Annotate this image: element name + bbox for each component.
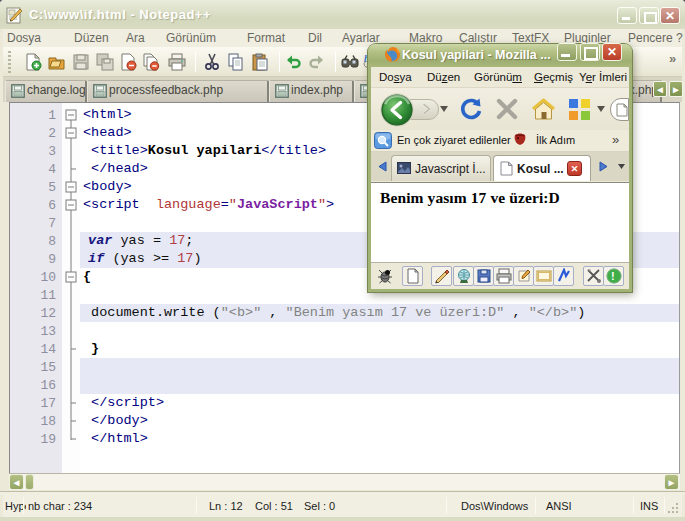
svg-text:!: ! [611, 270, 615, 282]
